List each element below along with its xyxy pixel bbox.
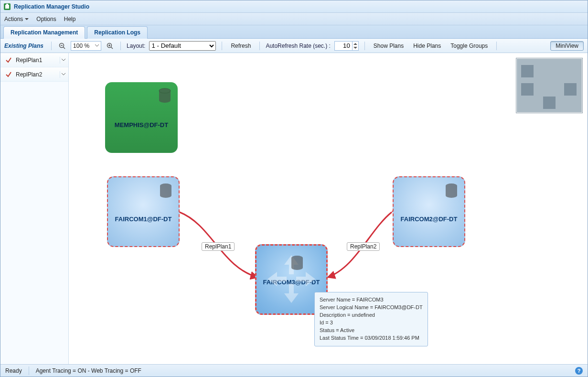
zoom-select[interactable]: 100 % xyxy=(71,41,101,51)
sidebar-item-replplan2[interactable]: ReplPlan2 xyxy=(0,67,68,82)
menu-actions[interactable]: Actions xyxy=(4,16,29,22)
chevron-down-icon[interactable] xyxy=(60,57,66,64)
tab-replication-logs[interactable]: Replication Logs xyxy=(87,26,148,39)
status-tracing: Agent Tracing = ON - Web Tracing = OFF xyxy=(36,367,141,374)
help-icon[interactable]: ? xyxy=(575,367,583,375)
chevron-down-icon xyxy=(25,18,29,22)
svg-point-19 xyxy=(446,193,457,198)
svg-point-22 xyxy=(291,265,303,270)
app-title: Replication Manager Studio xyxy=(14,3,89,10)
minimap-node xyxy=(564,83,577,96)
sidebar-item-label: ReplPlan1 xyxy=(16,57,42,64)
node-label: FAIRCOM2@DF-DT xyxy=(401,215,458,223)
menu-help[interactable]: Help xyxy=(64,16,76,22)
spinner-up-icon[interactable] xyxy=(353,42,358,46)
tooltip-line: Description = undefined xyxy=(320,312,423,319)
toggle-groups-button[interactable]: Toggle Groups xyxy=(448,42,491,50)
tooltip-line: Last Status Time = 03/09/2018 1:59:46 PM xyxy=(320,334,423,342)
main: ReplPlan1 ReplPlan2 MEMPHIS@DF-DT FA xyxy=(0,53,588,364)
chevron-down-icon xyxy=(95,43,99,49)
svg-point-16 xyxy=(160,193,171,198)
layout-label: Layout: xyxy=(127,43,145,49)
tooltip-line: Id = 3 xyxy=(320,319,423,327)
hide-plans-button[interactable]: Hide Plans xyxy=(410,42,444,50)
svg-line-7 xyxy=(111,47,113,49)
app-icon xyxy=(3,3,11,11)
minimap-node xyxy=(521,65,534,77)
tooltip-line: Server Name = FAIRCOM3 xyxy=(320,296,423,304)
layout-select[interactable]: 1 - Default xyxy=(149,41,216,51)
tooltip-line: Server Logical Name = FAIRCOM3@DF-DT xyxy=(320,304,423,312)
tooltip: Server Name = FAIRCOM3 Server Logical Na… xyxy=(314,292,428,346)
database-icon xyxy=(159,183,173,201)
autorefresh-label: AutoRefresh Rate (sec.) : xyxy=(266,43,330,49)
svg-point-12 xyxy=(159,98,171,103)
svg-line-4 xyxy=(63,47,65,49)
menu-options[interactable]: Options xyxy=(36,16,56,22)
node-faircom1[interactable]: FAIRCOM1@DF-DT xyxy=(107,176,180,247)
canvas[interactable]: MEMPHIS@DF-DT FAIRCOM1@DF-DT FAIRCOM2@DF… xyxy=(69,53,588,364)
status-ready: Ready xyxy=(5,367,22,374)
edge-label-replplan2[interactable]: ReplPlan2 xyxy=(347,242,380,251)
tabstrip: Replication Management Replication Logs xyxy=(0,25,588,39)
statusbar: Ready Agent Tracing = ON - Web Tracing =… xyxy=(0,364,588,377)
svg-rect-1 xyxy=(5,5,9,9)
check-icon xyxy=(5,71,12,78)
zoom-in-icon[interactable] xyxy=(105,41,115,51)
node-faircom2[interactable]: FAIRCOM2@DF-DT xyxy=(393,176,465,247)
spinner-down-icon[interactable] xyxy=(353,46,358,50)
node-label: MEMPHIS@DF-DT xyxy=(115,121,168,129)
autorefresh-spinner[interactable] xyxy=(334,41,359,51)
zoom-value: 100 % xyxy=(73,43,89,49)
existing-plans-label: Existing Plans xyxy=(4,43,43,49)
svg-rect-2 xyxy=(6,4,8,5)
sidebar-item-label: ReplPlan2 xyxy=(16,71,42,78)
autorefresh-input[interactable] xyxy=(335,42,352,50)
minimap-node xyxy=(543,97,556,109)
tooltip-line: Status = Active xyxy=(320,327,423,334)
sidebar: ReplPlan1 ReplPlan2 xyxy=(0,53,69,364)
zoom-out-icon[interactable] xyxy=(57,41,67,51)
database-icon xyxy=(158,88,172,106)
titlebar: Replication Manager Studio xyxy=(0,0,588,13)
menubar: Actions Options Help xyxy=(0,13,588,25)
check-icon xyxy=(5,57,12,64)
node-memphis[interactable]: MEMPHIS@DF-DT xyxy=(105,82,178,153)
database-icon xyxy=(444,183,459,201)
database-icon xyxy=(290,255,304,273)
minimap[interactable] xyxy=(516,58,583,113)
toolbar: Existing Plans 100 % Layout: 1 - Default… xyxy=(0,39,588,53)
node-label: FAIRCOM1@DF-DT xyxy=(115,215,172,223)
minimap-node xyxy=(521,83,534,96)
menu-actions-label: Actions xyxy=(4,16,23,22)
edge-label-replplan1[interactable]: ReplPlan1 xyxy=(202,242,235,251)
sidebar-item-replplan1[interactable]: ReplPlan1 xyxy=(0,53,68,67)
tab-replication-management[interactable]: Replication Management xyxy=(3,26,85,39)
miniview-button[interactable]: MiniView xyxy=(550,41,584,51)
chevron-down-icon[interactable] xyxy=(60,71,66,78)
show-plans-button[interactable]: Show Plans xyxy=(371,42,406,50)
refresh-button[interactable]: Refresh xyxy=(228,42,254,50)
